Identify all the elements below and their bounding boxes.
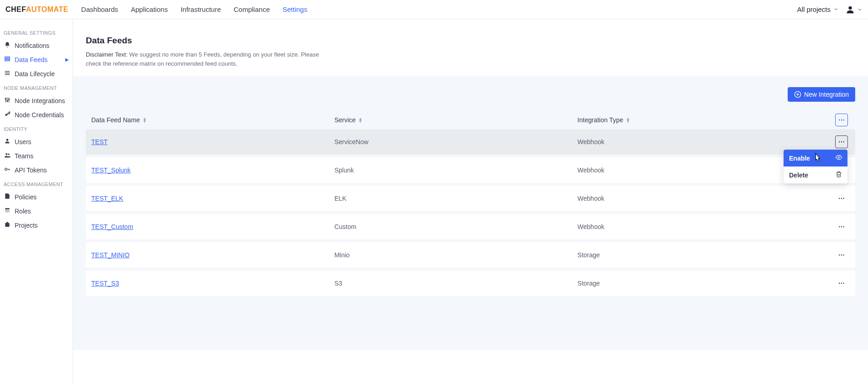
roles-icon [4,207,11,215]
data-feeds-table: Data Feed Name▲▼Service▲▼Integration Typ… [86,111,855,296]
sidebar-item-notifications[interactable]: Notifications [0,38,73,52]
table-header-menu[interactable]: ⋯ [835,114,848,126]
content-area: New Integration Data Feed Name▲▼Service▲… [73,76,868,350]
sidebar-item-label: Notifications [15,42,49,49]
sidebar-section-label: GENERAL SETTINGS [0,26,73,38]
row-actions-menu[interactable]: ⋯ [835,220,848,233]
user-icon [4,138,11,146]
sidebar-item-label: Roles [15,208,31,215]
svg-point-12 [8,99,9,100]
key-icon [4,111,11,119]
column-header-data-feed-name[interactable]: Data Feed Name▲▼ [91,116,335,124]
service-cell: S3 [335,280,578,287]
row-actions-menu[interactable]: ⋯ [835,277,848,290]
sort-icon: ▲▼ [143,117,147,123]
sidebar-item-teams[interactable]: Teams [0,149,73,163]
service-cell: Minio [335,251,578,259]
sidebar-item-label: Data Feeds [15,56,47,63]
feed-icon [4,56,11,63]
svg-point-11 [7,100,8,101]
new-integration-button[interactable]: New Integration [788,87,855,102]
topnav-infrastructure[interactable]: Infrastructure [181,5,221,13]
table-row: TESTServiceNowWebhook⋯EnableDelete [86,129,855,155]
row-actions-menu[interactable]: ⋯ [835,192,848,205]
content-toolbar: New Integration [86,87,855,102]
dropdown-item-delete[interactable]: Delete [784,166,847,183]
sidebar-item-users[interactable]: Users [0,135,73,149]
cursor-icon [812,152,822,166]
sidebar-item-label: Node Integrations [15,97,65,104]
svg-rect-3 [5,60,10,61]
sidebar-item-projects[interactable]: Projects [0,218,73,232]
integration-type-cell: Storage [577,280,821,287]
row-dropdown-menu: EnableDelete [784,150,847,183]
dropdown-item-enable[interactable]: Enable [784,150,847,166]
feed-name-link[interactable]: TEST_Custom [91,223,133,230]
svg-point-21 [838,156,840,158]
user-menu[interactable] [845,5,863,15]
integration-type-cell: Webhook [577,223,821,230]
top-navigation: DashboardsApplicationsInfrastructureComp… [81,5,308,13]
sidebar-item-label: Data Lifecycle [15,70,55,78]
bell-icon [4,42,11,49]
caret-right-icon: ▶ [65,57,69,62]
main-content: Data Feeds Disclaimer Text: We suggest n… [73,19,868,385]
row-actions-menu[interactable]: ⋯EnableDelete [835,135,848,148]
logo-chef: CHEF [5,5,26,13]
users-icon [4,152,11,160]
integration-type-cell: Storage [577,251,821,259]
plus-circle-icon [794,91,801,98]
feed-name-link[interactable]: TEST_ELK [91,195,123,202]
svg-point-16 [8,154,9,155]
feed-name-link[interactable]: TEST [91,138,108,146]
eye-icon [836,154,842,162]
row-actions-menu[interactable]: ⋯ [835,249,848,261]
column-header-integration-type[interactable]: Integration Type▲▼ [577,116,821,124]
topnav-dashboards[interactable]: Dashboards [81,5,118,13]
svg-point-14 [6,139,9,141]
feed-name-link[interactable]: TEST_S3 [91,280,119,287]
page-header: Data Feeds Disclaimer Text: We suggest n… [73,19,868,76]
sidebar-item-policies[interactable]: Policies [0,190,73,204]
svg-rect-2 [5,58,10,59]
feed-name-link[interactable]: TEST_MINIO [91,251,130,259]
topbar: CHEFAUTOMATE DashboardsApplicationsInfra… [0,0,868,19]
table-header: Data Feed Name▲▼Service▲▼Integration Typ… [86,111,855,129]
logo-automate: AUTOMATE [26,5,68,13]
logo[interactable]: CHEFAUTOMATE [5,5,68,14]
sort-icon: ▲▼ [358,117,362,123]
sidebar-item-data-lifecycle[interactable]: Data Lifecycle [0,67,73,81]
svg-point-10 [5,99,6,99]
sidebar-item-label: Policies [15,193,37,201]
sidebar-item-label: Users [15,138,31,146]
integration-type-cell: Webhook [577,195,821,202]
sidebar-item-label: Teams [15,152,33,160]
sidebar-item-data-feeds[interactable]: Data Feeds▶ [0,52,73,67]
feed-name-link[interactable]: TEST_Splunk [91,166,131,174]
sidebar-item-api-tokens[interactable]: API Tokens [0,163,73,177]
service-cell: Splunk [335,166,578,174]
chevron-down-icon [833,5,839,13]
table-row: TEST_MINIOMinioStorage⋯ [86,242,855,268]
svg-point-17 [5,168,7,171]
table-body: TESTServiceNowWebhook⋯EnableDeleteTEST_S… [86,129,855,296]
service-cell: ELK [335,195,578,202]
projects-dropdown[interactable]: All projects [797,5,839,13]
policies-icon [4,193,11,201]
lifecycle-icon [4,70,11,78]
page-title: Data Feeds [86,36,855,46]
projects-label: All projects [797,5,831,13]
sidebar-item-node-integrations[interactable]: Node Integrations [0,94,73,108]
topnav-settings[interactable]: Settings [282,5,307,13]
sidebar-item-node-credentials[interactable]: Node Credentials [0,108,73,122]
sidebar-item-roles[interactable]: Roles [0,204,73,218]
sidebar-section-label: NODE MANAGEMENT [0,81,73,94]
svg-point-0 [848,6,852,9]
topnav-applications[interactable]: Applications [131,5,168,13]
disclaimer-label: Disclaimer Text [86,51,126,58]
column-header-service[interactable]: Service▲▼ [335,116,578,124]
sidebar-item-label: Node Credentials [15,111,64,119]
topnav-compliance[interactable]: Compliance [234,5,270,13]
sidebar-section-label: ACCESS MANAGEMENT [0,177,73,190]
sidebar: GENERAL SETTINGSNotificationsData Feeds▶… [0,19,73,385]
